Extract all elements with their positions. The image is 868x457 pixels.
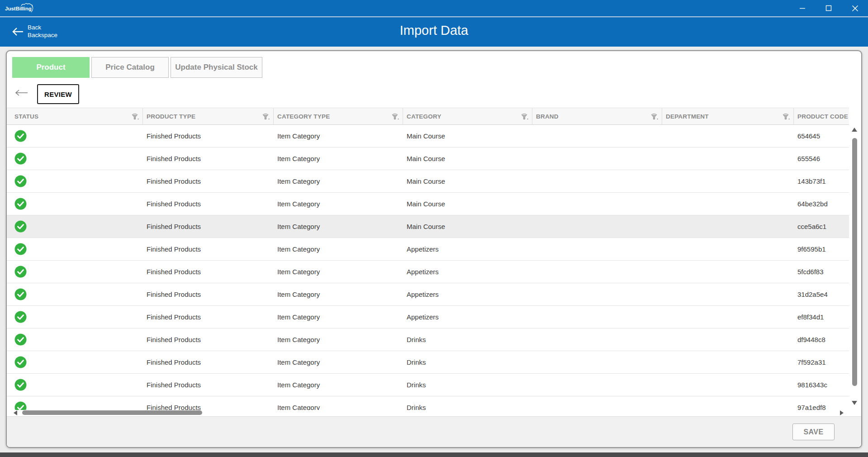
column-header-category-type[interactable]: CATEGORY TYPE (274, 108, 403, 124)
category-cell: Drinks (403, 396, 532, 410)
table-row[interactable]: Finished ProductsItem CategoryMain Cours… (7, 193, 849, 215)
brand-cell (532, 306, 662, 328)
column-label: STATUS (14, 113, 38, 120)
status-cell (7, 215, 143, 238)
table-row[interactable]: Finished ProductsItem CategoryAppetizers… (7, 283, 849, 306)
brand-cell (532, 170, 662, 192)
status-cell (7, 374, 143, 396)
product-code-cell: 31d2a5e4 (794, 283, 849, 305)
status-cell (7, 193, 143, 215)
status-ok-icon (14, 152, 27, 165)
horizontal-scroll-thumb[interactable] (22, 410, 202, 415)
category-cell: Main Course (403, 148, 532, 170)
column-label: BRAND (536, 113, 559, 120)
filter-icon[interactable] (783, 114, 790, 120)
brand-cell (532, 328, 662, 351)
status-cell (7, 351, 143, 373)
department-cell (662, 351, 794, 373)
table-row[interactable]: Finished ProductsItem CategoryAppetizers… (7, 238, 849, 261)
brand-cell (532, 215, 662, 238)
status-ok-icon (14, 401, 27, 410)
review-button[interactable]: REVIEW (37, 84, 79, 104)
column-label: PRODUCT TYPE (147, 113, 195, 120)
category-cell: Appetizers (403, 306, 532, 328)
table-row[interactable]: Finished ProductsItem CategoryDrinks97a1… (7, 396, 849, 410)
table-row[interactable]: Finished ProductsItem CategoryDrinksdf94… (7, 328, 849, 351)
grid-body: Finished ProductsItem CategoryMain Cours… (7, 125, 849, 410)
product-code-cell: 655546 (794, 148, 849, 170)
tab-product[interactable]: Product (12, 57, 90, 78)
column-header-brand[interactable]: BRAND (532, 108, 662, 124)
filter-icon[interactable] (262, 114, 270, 120)
maximize-button[interactable] (816, 0, 842, 16)
product-type-cell: Finished Products (143, 261, 274, 283)
category-cell: Main Course (403, 125, 532, 147)
product-type-cell: Finished Products (143, 215, 274, 238)
department-cell (662, 328, 794, 351)
status-cell (7, 238, 143, 260)
category-type-cell: Item Category (274, 351, 403, 373)
table-row[interactable]: Finished ProductsItem CategoryMain Cours… (7, 125, 849, 148)
save-button[interactable]: SAVE (792, 424, 835, 440)
tab-update-physical-stock[interactable]: Update Physical Stock (171, 57, 262, 78)
page-title: Import Data (0, 23, 868, 38)
filter-icon[interactable] (521, 114, 528, 120)
vertical-scroll-thumb[interactable] (852, 138, 857, 386)
category-cell: Main Course (403, 193, 532, 215)
brand-cell (532, 374, 662, 396)
column-header-category[interactable]: CATEGORY (403, 108, 532, 124)
tabs: ProductPrice CatalogUpdate Physical Stoc… (12, 57, 262, 78)
scroll-left-icon[interactable] (14, 410, 17, 415)
table-row[interactable]: Finished ProductsItem CategoryMain Cours… (7, 215, 849, 238)
status-ok-icon (14, 266, 27, 278)
category-type-cell: Item Category (274, 215, 403, 238)
minimize-button[interactable] (789, 0, 816, 16)
brand-cell (532, 396, 662, 410)
filter-icon[interactable] (651, 114, 658, 120)
product-type-cell: Finished Products (143, 148, 274, 170)
column-header-product-code[interactable]: PRODUCT CODE (794, 108, 849, 124)
status-cell (7, 261, 143, 283)
column-header-department[interactable]: DEPARTMENT (662, 108, 794, 124)
close-icon (852, 5, 859, 12)
brand-cell (532, 261, 662, 283)
status-cell (7, 148, 143, 170)
department-cell (662, 148, 794, 170)
product-code-cell: 97a1edf8 (794, 396, 849, 410)
status-cell (7, 306, 143, 328)
column-header-product-type[interactable]: PRODUCT TYPE (143, 108, 274, 124)
tab-price-catalog[interactable]: Price Catalog (91, 57, 169, 78)
table-row[interactable]: Finished ProductsItem CategoryMain Cours… (7, 170, 849, 193)
scroll-up-icon[interactable] (852, 128, 857, 132)
category-cell: Appetizers (403, 238, 532, 260)
app-logo-text: JustBilling (5, 6, 32, 11)
filter-icon[interactable] (392, 114, 399, 120)
category-type-cell: Item Category (274, 193, 403, 215)
table-row[interactable]: Finished ProductsItem CategoryAppetizers… (7, 306, 849, 328)
status-cell (7, 283, 143, 305)
status-ok-icon (14, 175, 27, 187)
brand-cell (532, 351, 662, 373)
filter-icon[interactable] (132, 114, 139, 120)
product-code-cell: 654645 (794, 125, 849, 147)
table-row[interactable]: Finished ProductsItem CategoryMain Cours… (7, 148, 849, 170)
column-header-status[interactable]: STATUS (7, 108, 143, 124)
product-type-cell: Finished Products (143, 328, 274, 351)
table-row[interactable]: Finished ProductsItem CategoryDrinks7f59… (7, 351, 849, 374)
brand-cell (532, 125, 662, 147)
scroll-right-icon[interactable] (840, 410, 844, 415)
table-row[interactable]: Finished ProductsItem CategoryDrinks9816… (7, 374, 849, 396)
category-cell: Main Course (403, 215, 532, 238)
product-type-cell: Finished Products (143, 306, 274, 328)
category-cell: Drinks (403, 351, 532, 373)
close-button[interactable] (842, 0, 868, 16)
column-label: CATEGORY TYPE (277, 113, 330, 120)
category-type-cell: Item Category (274, 125, 403, 147)
review-back-button[interactable] (14, 89, 28, 98)
table-row[interactable]: Finished ProductsItem CategoryAppetizers… (7, 261, 849, 283)
title-bar: JustBilling (0, 0, 868, 17)
product-code-cell: 7f592a31 (794, 351, 849, 373)
scroll-down-icon[interactable] (852, 401, 857, 405)
product-type-cell: Finished Products (143, 193, 274, 215)
column-label: CATEGORY (407, 113, 441, 120)
